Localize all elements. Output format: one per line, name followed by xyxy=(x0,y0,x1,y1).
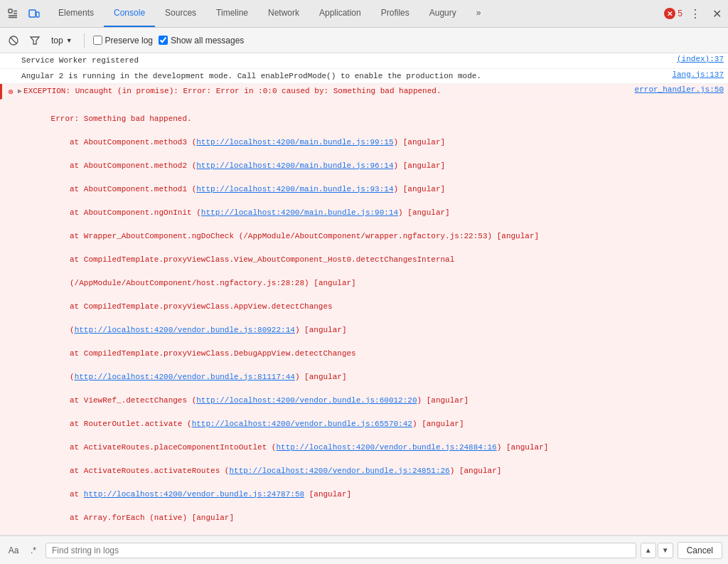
log-entry-service-worker: ▶ Service Worker registered (index):37 xyxy=(0,53,728,69)
error-icon: ✕ xyxy=(664,8,675,19)
link-method3[interactable]: http://localhost:4200/main.bundle.js:99:… xyxy=(196,138,393,147)
info-icon xyxy=(3,55,14,56)
link-appview[interactable]: http://localhost:4200/vendor.bundle.js:8… xyxy=(75,326,295,334)
more-options-button[interactable]: ⋮ xyxy=(687,5,704,22)
prev-match-button[interactable]: ▲ xyxy=(641,543,656,558)
close-button[interactable]: ✕ xyxy=(708,5,725,22)
link-ngoninit[interactable]: http://localhost:4200/main.bundle.js:90:… xyxy=(201,208,398,217)
link-routeroutlet[interactable]: http://localhost:4200/vendor.bundle.js:6… xyxy=(192,420,412,428)
preserve-log-checkbox[interactable] xyxy=(93,36,102,45)
tab-application[interactable]: Application xyxy=(309,0,371,27)
preserve-log-group: Preserve log xyxy=(93,36,153,46)
find-bar: Aa .* ▲ ▼ Cancel xyxy=(0,536,728,564)
device-toggle-button[interactable] xyxy=(24,4,44,23)
console-output: ▶ Service Worker registered (index):37 ▶… xyxy=(0,53,728,536)
show-all-group: Show all messages xyxy=(159,36,244,46)
inspect-element-button[interactable] xyxy=(3,4,23,23)
error-icon: ⊗ xyxy=(5,85,16,97)
log-entry-exception: ⊗ ▶ EXCEPTION: Uncaught (in promise): Er… xyxy=(0,84,728,100)
filter-button[interactable] xyxy=(27,33,43,48)
tab-sources[interactable]: Sources xyxy=(155,0,206,27)
aa-button[interactable]: Aa xyxy=(6,543,21,558)
svg-line-8 xyxy=(11,38,16,43)
separator xyxy=(84,33,85,48)
info-icon xyxy=(3,70,14,72)
tab-console[interactable]: Console xyxy=(104,0,155,27)
link-debugappview[interactable]: http://localhost:4200/vendor.bundle.js:8… xyxy=(75,373,295,381)
nav-arrows: ▲ ▼ xyxy=(641,543,673,558)
log-detail: Error: Something bad happened. at AboutC… xyxy=(23,101,728,536)
show-all-checkbox[interactable] xyxy=(159,36,168,45)
toolbar-right: ✕ 5 ⋮ ✕ xyxy=(664,5,725,22)
regex-button[interactable]: .* xyxy=(26,543,41,558)
tab-more[interactable]: » xyxy=(466,0,491,27)
clear-console-button[interactable] xyxy=(6,33,21,48)
link-method1[interactable]: http://localhost:4200/main.bundle.js:93:… xyxy=(196,185,393,193)
context-dropdown[interactable]: top ▼ xyxy=(48,34,75,47)
tab-augury[interactable]: Augury xyxy=(419,0,466,27)
svg-rect-0 xyxy=(9,9,12,13)
show-all-label: Show all messages xyxy=(171,36,244,46)
error-badge: ✕ 5 xyxy=(664,8,682,19)
svg-rect-6 xyxy=(36,12,39,17)
next-match-button[interactable]: ▼ xyxy=(658,543,673,558)
link-method2[interactable]: http://localhost:4200/main.bundle.js:96:… xyxy=(196,161,393,170)
log-source[interactable]: (index):37 xyxy=(677,55,728,63)
log-text: Angular 2 is running in the development … xyxy=(21,70,666,83)
log-text: Service Worker registered xyxy=(21,55,671,67)
link-vendor24787[interactable]: http://localhost:4200/vendor.bundle.js:2… xyxy=(84,490,304,499)
expand-arrow[interactable]: ▶ xyxy=(18,85,22,95)
log-entry-angular-info: ▶ Angular 2 is running in the developmen… xyxy=(0,69,728,85)
tab-list: Elements Console Sources Timeline Networ… xyxy=(48,0,664,27)
log-source[interactable]: lang.js:137 xyxy=(672,70,728,79)
tab-profiles[interactable]: Profiles xyxy=(371,0,419,27)
link-activateroutes[interactable]: http://localhost:4200/vendor.bundle.js:2… xyxy=(229,467,449,475)
preserve-log-label: Preserve log xyxy=(105,36,153,46)
find-input[interactable] xyxy=(46,543,636,558)
tab-elements[interactable]: Elements xyxy=(48,0,104,27)
tab-network[interactable]: Network xyxy=(258,0,309,27)
log-source[interactable]: error_handler.js:50 xyxy=(635,85,728,94)
toolbar-icons xyxy=(3,4,44,23)
devtools-toolbar: Elements Console Sources Timeline Networ… xyxy=(0,0,728,28)
link-placecomponent[interactable]: http://localhost:4200/vendor.bundle.js:2… xyxy=(276,443,496,452)
console-toolbar: top ▼ Preserve log Show all messages xyxy=(0,28,728,53)
log-entry-exception-detail: Error: Something bad happened. at AboutC… xyxy=(0,100,728,536)
tab-timeline[interactable]: Timeline xyxy=(206,0,258,27)
cancel-button[interactable]: Cancel xyxy=(678,542,722,559)
log-main-text: EXCEPTION: Uncaught (in promise): Error:… xyxy=(23,85,629,97)
svg-rect-5 xyxy=(29,10,36,17)
link-viewref[interactable]: http://localhost:4200/vendor.bundle.js:6… xyxy=(196,396,417,405)
svg-marker-9 xyxy=(31,37,39,44)
